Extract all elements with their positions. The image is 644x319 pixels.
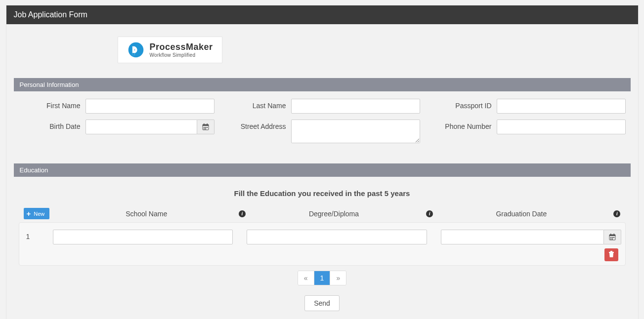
- birth-date-label: Birth Date: [19, 120, 81, 130]
- phone-number-input[interactable]: [497, 120, 626, 134]
- phone-number-label: Phone Number: [430, 120, 492, 130]
- plus-icon: +: [27, 210, 31, 217]
- calendar-icon: [609, 234, 616, 240]
- page-next-button[interactable]: »: [330, 271, 346, 285]
- logo-brand: ProcessMaker: [150, 42, 213, 52]
- row-number: 1: [23, 230, 39, 240]
- school-name-input[interactable]: [53, 230, 233, 244]
- degree-input[interactable]: [247, 230, 427, 244]
- info-icon[interactable]: i: [239, 210, 246, 217]
- svg-rect-8: [205, 127, 206, 128]
- svg-rect-18: [613, 237, 614, 238]
- svg-rect-20: [612, 239, 613, 239]
- svg-rect-17: [612, 237, 613, 238]
- grid-header: + New School Name i Degree/Diploma i Gra…: [19, 205, 626, 222]
- form-title-bar: Job Application Form: [6, 5, 638, 24]
- personal-title: Personal Information: [20, 81, 79, 88]
- svg-rect-15: [613, 234, 614, 235]
- info-icon[interactable]: i: [426, 210, 433, 217]
- svg-rect-9: [207, 127, 208, 128]
- grad-date-picker-button[interactable]: [604, 230, 621, 244]
- logo-row: ProcessMaker Workflow Simplified: [14, 32, 631, 73]
- new-label: New: [34, 211, 44, 217]
- form-container: Job Application Form ProcessMaker Workfl…: [6, 5, 639, 319]
- street-address-label: Street Address: [224, 120, 286, 130]
- street-address-input[interactable]: [291, 120, 420, 143]
- logo-text: ProcessMaker Workflow Simplified: [150, 42, 213, 58]
- first-name-label: First Name: [19, 99, 81, 110]
- last-name-label: Last Name: [224, 99, 286, 110]
- svg-rect-7: [204, 127, 205, 128]
- svg-rect-19: [610, 239, 611, 239]
- page-prev-button[interactable]: «: [298, 271, 314, 285]
- info-icon[interactable]: i: [613, 210, 620, 217]
- svg-rect-22: [610, 251, 612, 252]
- svg-rect-11: [205, 128, 206, 129]
- svg-rect-2: [132, 53, 134, 55]
- graduation-date-input[interactable]: [441, 230, 604, 244]
- new-row-button[interactable]: + New: [24, 208, 50, 219]
- pagination: « 1 »: [19, 271, 626, 285]
- delete-row-button[interactable]: [604, 248, 618, 261]
- logo: ProcessMaker Workflow Simplified: [118, 37, 222, 63]
- passport-id-label: Passport ID: [430, 99, 492, 110]
- svg-rect-13: [609, 235, 615, 236]
- send-button[interactable]: Send: [304, 295, 340, 311]
- form-content: ProcessMaker Workflow Simplified Persona…: [6, 24, 638, 319]
- form-title: Job Application Form: [14, 10, 87, 19]
- birth-date-input[interactable]: [86, 120, 197, 134]
- education-title: Education: [20, 166, 48, 174]
- grid-body: 1: [19, 222, 626, 266]
- last-name-input[interactable]: [291, 99, 420, 114]
- processmaker-logo-icon: [127, 41, 145, 59]
- svg-rect-14: [610, 234, 611, 235]
- education-section: Fill the Education you received in the p…: [14, 177, 631, 319]
- svg-rect-4: [203, 124, 209, 126]
- col-degree: Degree/Diploma: [246, 210, 422, 218]
- birth-date-picker-button[interactable]: [197, 120, 215, 134]
- logo-tagline: Workflow Simplified: [150, 52, 213, 58]
- education-instruction: Fill the Education you received in the p…: [19, 184, 626, 205]
- svg-rect-16: [610, 237, 611, 238]
- first-name-input[interactable]: [86, 99, 215, 114]
- trash-icon: [608, 251, 614, 257]
- page-current[interactable]: 1: [314, 271, 331, 285]
- section-header-personal: Personal Information: [14, 78, 631, 91]
- table-row: 1: [23, 228, 621, 246]
- personal-section: First Name Last Name Passport ID Birth D…: [14, 91, 631, 159]
- col-grad-date: Graduation Date: [433, 210, 609, 218]
- svg-rect-6: [207, 123, 208, 125]
- svg-rect-5: [204, 123, 205, 125]
- col-school-name: School Name: [58, 210, 235, 218]
- calendar-icon: [202, 123, 209, 130]
- svg-rect-21: [609, 252, 614, 253]
- svg-rect-10: [204, 128, 205, 129]
- passport-id-input[interactable]: [497, 99, 626, 114]
- section-header-education: Education: [14, 163, 631, 177]
